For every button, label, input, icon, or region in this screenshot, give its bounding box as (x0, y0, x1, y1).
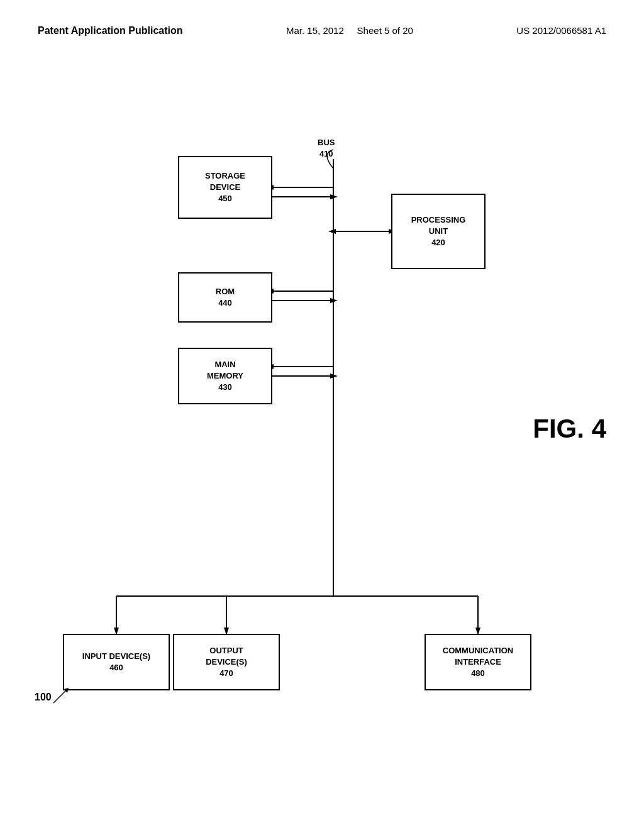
output-device-box: OUTPUT DEVICE(S) 470 (173, 634, 280, 690)
header-date: Mar. 15, 2012 (286, 25, 344, 36)
svg-marker-21 (328, 229, 336, 234)
header-publication-title: Patent Application Publication (38, 25, 183, 36)
system-ref-arrow-svg (35, 678, 72, 709)
header-sheet: Sheet 5 of 20 (357, 25, 413, 36)
figure-label: FIG. 4 (533, 414, 606, 444)
header-patent-number: US 2012/0066581 A1 (516, 25, 606, 36)
storage-device-box: STORAGE DEVICE 450 (178, 156, 272, 219)
communication-interface-box: COMMUNICATION INTERFACE 480 (425, 634, 531, 690)
main-memory-box: MAIN MEMORY 430 (178, 348, 272, 404)
rom-box: ROM 440 (178, 272, 272, 323)
bus-brace-svg (308, 147, 358, 172)
svg-line-24 (53, 690, 66, 703)
processing-unit-box: PROCESSING UNIT 420 (391, 194, 486, 269)
input-device-box: INPUT DEVICE(S) 460 (63, 634, 170, 690)
page-header: Patent Application Publication Mar. 15, … (0, 0, 644, 49)
header-center-info: Mar. 15, 2012 Sheet 5 of 20 (286, 25, 413, 36)
diagram-area: BUS 410 PROCESSING UNIT 420 STORAGE DEVI… (0, 49, 644, 791)
